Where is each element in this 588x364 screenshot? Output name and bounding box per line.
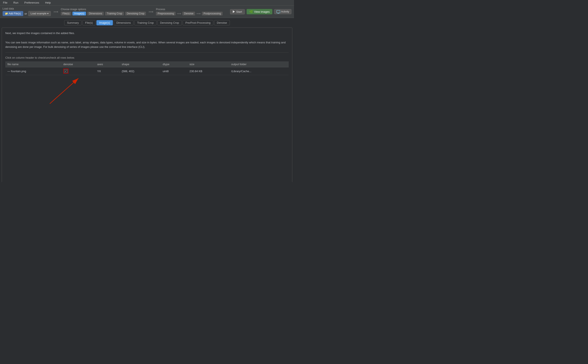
col-header-output-folder[interactable]: output folder	[229, 61, 289, 67]
denoise-checkbox-border	[63, 69, 68, 74]
hint-text: Click on column header to check/uncheck …	[5, 56, 289, 59]
tab-images[interactable]: Image(s)	[96, 20, 113, 25]
choose-image-group: Choose image options File(s) Image(s) Di…	[61, 8, 146, 15]
main-content: Next, we inspect the images contained in…	[2, 27, 292, 182]
menu-preferences[interactable]: Preferences	[23, 1, 40, 5]
svg-line-1	[50, 78, 78, 104]
menubar: File Run Preferences Help	[0, 0, 294, 6]
info-text-2: You can see basic image information such…	[5, 40, 289, 49]
cell-output-folder: /Library/Cache...	[229, 67, 289, 75]
col-header-axes[interactable]: axes	[95, 61, 120, 67]
choose-image-label: Choose image options	[61, 8, 146, 11]
tab-files[interactable]: File(s)	[82, 20, 96, 25]
arrow-pp: ⟹	[177, 12, 181, 15]
images-tag[interactable]: Image(s)	[73, 12, 86, 15]
denoise-tag[interactable]: Denoise	[182, 12, 195, 15]
start-button[interactable]: Start	[230, 9, 245, 14]
table-row: — fountain.png YX (588, 402) uint8 230.8…	[5, 67, 289, 75]
denoising-crop-tag[interactable]: Denoising Crop	[125, 12, 146, 15]
tab-summary[interactable]: Summary	[64, 20, 82, 25]
menu-run[interactable]: Run	[12, 1, 20, 5]
denoise-checkbox[interactable]	[64, 69, 68, 73]
cell-filename: — fountain.png	[5, 67, 61, 75]
dimensions-tag[interactable]: Dimensions	[87, 12, 104, 15]
monitor-icon	[277, 10, 280, 13]
table-body: — fountain.png YX (588, 402) uint8 230.8…	[5, 67, 289, 75]
arrow-sep-2: ⟹	[148, 10, 153, 14]
info-text-1: Next, we inspect the images contained in…	[5, 31, 289, 36]
preprocessing-tag[interactable]: Preprocessing	[156, 12, 176, 15]
cell-shape: (588, 402)	[120, 67, 161, 75]
images-table: file name denoise axes shape dtype size …	[5, 61, 289, 75]
process-group: Process Preprocessing ⟹ Denoise ⟹ Postpr…	[156, 8, 223, 15]
tab-denoise[interactable]: Denoise	[214, 20, 230, 25]
load-example-button[interactable]: Load example ▾	[28, 11, 51, 16]
tab-training-crop[interactable]: Training Crop	[134, 20, 156, 25]
play-icon	[233, 10, 235, 13]
menu-file[interactable]: File	[2, 1, 9, 5]
view-images-button[interactable]: 🌿 View images	[247, 9, 272, 14]
postprocessing-tag[interactable]: Postprocessing	[202, 12, 223, 15]
arrow-dn: ⟹	[196, 12, 201, 15]
col-header-size[interactable]: size	[187, 61, 229, 67]
files-tag[interactable]: File(s)	[61, 12, 71, 15]
col-header-dtype[interactable]: dtype	[161, 61, 187, 67]
cell-axes: YX	[95, 67, 120, 75]
table-header: file name denoise axes shape dtype size …	[5, 61, 289, 67]
col-header-shape[interactable]: shape	[120, 61, 161, 67]
activity-label: Activity	[281, 10, 289, 13]
cell-denoise[interactable]	[61, 67, 95, 75]
menu-help[interactable]: Help	[44, 1, 52, 5]
or-text: or	[25, 12, 27, 15]
arrow-sep-1: ⟹	[53, 10, 58, 14]
view-images-label: View images	[254, 10, 270, 13]
activity-button[interactable]: Activity	[274, 9, 291, 14]
process-label: Process	[156, 8, 223, 11]
load-data-label: Load data	[3, 7, 51, 10]
table-container: file name denoise axes shape dtype size …	[5, 61, 289, 75]
col-header-filename[interactable]: file name	[5, 61, 61, 67]
cell-size: 230.84 KB	[187, 67, 229, 75]
tab-denoising-crop[interactable]: Denoising Crop	[157, 20, 182, 25]
start-label: Start	[236, 10, 242, 13]
training-crop-tag[interactable]: Training Crop	[105, 12, 124, 15]
leaf-icon: 🌿	[249, 10, 253, 13]
col-header-denoise[interactable]: denoise	[61, 61, 95, 67]
cell-dtype: uint8	[161, 67, 187, 75]
tab-bar: Summary File(s) Image(s) Dimensions Trai…	[0, 18, 294, 27]
load-data-group: Load data 📁 Add File(s) or Load example …	[3, 7, 51, 16]
add-files-button[interactable]: 📁 Add File(s)	[3, 11, 23, 16]
toolbar: Load data 📁 Add File(s) or Load example …	[0, 6, 294, 18]
tab-dimensions[interactable]: Dimensions	[114, 20, 134, 25]
tab-pre-post[interactable]: Pre/Post-Processing	[183, 20, 213, 25]
divider	[5, 52, 289, 53]
